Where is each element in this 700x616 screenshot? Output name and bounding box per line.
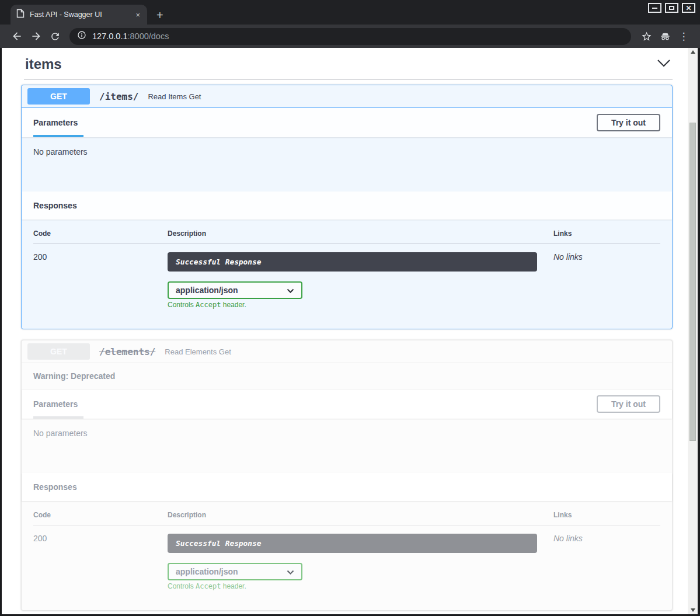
scrollbar-thumb[interactable]	[689, 123, 696, 441]
parameters-header: Parameters Try it out	[22, 108, 672, 137]
site-info-icon[interactable]	[77, 30, 86, 42]
reload-button[interactable]	[46, 27, 65, 45]
active-tab-indicator	[33, 135, 83, 137]
browser-toolbar: 127.0.0.1:8000/docs ⋮	[0, 25, 700, 48]
scrollbar[interactable]	[688, 48, 698, 614]
responses-title: Responses	[33, 482, 77, 492]
tab-parameters[interactable]: Parameters	[33, 118, 78, 127]
response-code: 200	[33, 244, 168, 309]
page-icon	[16, 9, 25, 20]
tab-parameters[interactable]: Parameters	[33, 399, 78, 409]
incognito-icon	[656, 27, 674, 45]
no-parameters-text: No parameters	[33, 147, 88, 156]
active-tab-indicator	[33, 416, 83, 419]
column-code: Code	[33, 511, 168, 525]
tag-section-header[interactable]: items	[24, 51, 673, 80]
page-content: items GET /items/ Read Items Get Paramet…	[2, 48, 688, 614]
controls-text: Controls	[168, 582, 196, 590]
controls-text: Controls	[168, 301, 196, 309]
controls-accept-note: Controls Accept header.	[168, 301, 553, 309]
controls-code: Accept	[196, 301, 221, 309]
tag-title: items	[25, 56, 62, 72]
tab-title: Fast API - Swagger UI	[30, 11, 129, 19]
url-path: :8000/docs	[127, 32, 169, 41]
responses-table: Code Description Links 200 Successful Re…	[22, 220, 672, 329]
response-description-cell: Successful Response application/json Con…	[168, 525, 553, 590]
close-button[interactable]: ✕	[682, 3, 695, 13]
browser-menu-icon[interactable]: ⋮	[674, 27, 693, 45]
media-type-select[interactable]: application/json	[168, 281, 302, 299]
minimize-button[interactable]	[648, 3, 661, 13]
column-links: Links	[553, 229, 660, 243]
method-badge: GET	[27, 88, 90, 105]
operation-summary-text: Read Elements Get	[165, 347, 231, 356]
responses-title: Responses	[33, 201, 77, 210]
try-it-out-button[interactable]: Try it out	[597, 395, 660, 413]
column-description: Description	[168, 511, 553, 525]
operation-path: /elements/	[96, 346, 159, 357]
controls-code: Accept	[196, 582, 221, 590]
controls-text-after: header.	[221, 301, 246, 309]
response-links: No links	[553, 525, 660, 590]
parameters-body: No parameters	[22, 419, 672, 473]
controls-text-after: header.	[221, 582, 246, 590]
operation-path: /items/	[96, 91, 142, 102]
scrollbar-up-arrow[interactable]	[688, 48, 698, 56]
media-type-value: application/json	[176, 567, 238, 576]
response-description-cell: Successful Response application/json Con…	[168, 244, 553, 309]
response-description-box: Successful Response	[168, 252, 537, 272]
address-bar[interactable]: 127.0.0.1:8000/docs	[69, 28, 631, 45]
media-type-value: application/json	[176, 286, 238, 295]
viewport: items GET /items/ Read Items Get Paramet…	[0, 48, 700, 616]
deprecated-warning: Warning: Deprecated	[22, 363, 672, 389]
method-badge: GET	[27, 343, 90, 360]
url-text[interactable]: 127.0.0.1:8000/docs	[92, 32, 169, 41]
back-button[interactable]	[7, 27, 26, 45]
scrollbar-down-arrow[interactable]	[688, 606, 698, 614]
responses-header: Responses	[22, 473, 672, 501]
forward-button[interactable]	[26, 27, 46, 45]
collapse-chevron-icon[interactable]	[656, 59, 671, 69]
browser-window: Fast API - Swagger UI × + ✕ 127.0.0.1:80…	[0, 0, 700, 616]
response-links: No links	[553, 244, 660, 309]
media-type-select[interactable]: application/json	[168, 563, 302, 580]
parameters-header: Parameters Try it out	[22, 389, 672, 419]
no-parameters-text: No parameters	[33, 429, 88, 438]
browser-tab[interactable]: Fast API - Swagger UI ×	[11, 5, 147, 25]
minimize-icon	[652, 8, 657, 9]
opblock-get-items: GET /items/ Read Items Get Parameters Tr…	[21, 85, 673, 329]
maximize-icon	[669, 6, 674, 10]
new-tab-button[interactable]: +	[156, 9, 163, 21]
tab-close-icon[interactable]: ×	[134, 11, 141, 19]
select-chevron-icon	[287, 567, 294, 576]
operation-summary[interactable]: GET /elements/ Read Elements Get	[22, 340, 672, 363]
url-host: 127.0.0.1	[92, 32, 127, 41]
up-triangle-icon	[691, 50, 695, 54]
opblock-get-elements-deprecated: GET /elements/ Read Elements Get Warning…	[21, 340, 673, 611]
operation-summary-text: Read Items Get	[148, 92, 201, 101]
column-code: Code	[33, 229, 168, 243]
responses-header: Responses	[22, 192, 672, 220]
column-description: Description	[168, 229, 553, 243]
close-icon: ✕	[685, 5, 691, 11]
response-code: 200	[33, 525, 168, 590]
titlebar: Fast API - Swagger UI × + ✕	[0, 0, 700, 25]
down-triangle-icon	[691, 608, 695, 612]
bookmark-star-icon[interactable]	[637, 27, 656, 45]
try-it-out-button[interactable]: Try it out	[597, 114, 660, 131]
maximize-button[interactable]	[665, 3, 678, 13]
column-links: Links	[553, 511, 660, 525]
responses-table: Code Description Links 200 Successful Re…	[22, 501, 672, 610]
select-chevron-icon	[287, 286, 294, 295]
response-description-box: Successful Response	[168, 534, 537, 553]
controls-accept-note: Controls Accept header.	[168, 582, 553, 590]
parameters-body: No parameters	[22, 137, 672, 192]
operation-summary[interactable]: GET /items/ Read Items Get	[22, 85, 672, 108]
